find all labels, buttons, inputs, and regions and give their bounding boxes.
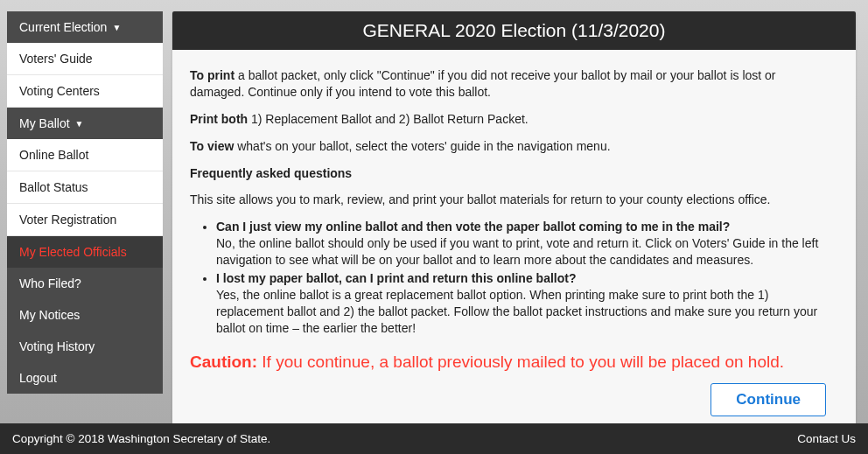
sidebar-item-label: Voting Centers xyxy=(19,84,100,98)
faq-question: I lost my paper ballot, can I print and … xyxy=(216,271,576,285)
sidebar-item-my-elected-officials[interactable]: My Elected Officials xyxy=(7,236,163,268)
sidebar-item-my-ballot[interactable]: My Ballot ▼ xyxy=(7,108,163,139)
faq-item: Can I just view my online ballot and the… xyxy=(216,219,833,269)
sidebar-item-label: Voter Registration xyxy=(19,213,116,227)
sidebar-item-voting-history[interactable]: Voting History xyxy=(7,331,163,362)
sidebar-item-voters-guide[interactable]: Voters' Guide xyxy=(7,43,163,75)
strong-text: Frequently asked questions xyxy=(190,166,352,180)
sidebar-item-label: My Elected Officials xyxy=(19,245,127,259)
faq-intro: This site allows you to mark, review, an… xyxy=(190,192,833,208)
faq-heading: Frequently asked questions xyxy=(190,165,833,182)
instruction-view: To view what's on your ballot, select th… xyxy=(190,138,833,155)
sidebar-item-who-filed[interactable]: Who Filed? xyxy=(7,268,163,299)
strong-text: Print both xyxy=(190,112,248,126)
sidebar-header-current-election[interactable]: Current Election ▼ xyxy=(7,11,163,43)
sidebar: Current Election ▼ Voters' Guide Voting … xyxy=(0,0,163,432)
sidebar-item-label: My Ballot xyxy=(19,116,70,130)
faq-item: I lost my paper ballot, can I print and … xyxy=(216,270,833,337)
page-title: GENERAL 2020 Election (11/3/2020) xyxy=(172,11,856,50)
sidebar-item-label: Who Filed? xyxy=(19,276,81,290)
strong-text: To view xyxy=(190,139,234,153)
main-content: GENERAL 2020 Election (11/3/2020) To pri… xyxy=(163,0,868,432)
panel-body: To print a ballot packet, only click "Co… xyxy=(172,50,856,432)
copyright-text: Copyright © 2018 Washington Secretary of… xyxy=(12,432,270,445)
instruction-print: To print a ballot packet, only click "Co… xyxy=(190,67,833,101)
continue-button[interactable]: Continue xyxy=(710,383,826,416)
chevron-down-icon: ▼ xyxy=(112,23,121,32)
sidebar-header-label: Current Election xyxy=(19,20,107,34)
body-text: 1) Replacement Ballot and 2) Ballot Retu… xyxy=(248,112,528,126)
chevron-down-icon: ▼ xyxy=(75,119,84,129)
faq-answer: Yes, the online ballot is a great replac… xyxy=(216,288,817,335)
caution-message: Caution: If you continue, a ballot previ… xyxy=(190,351,833,374)
instruction-print-both: Print both 1) Replacement Ballot and 2) … xyxy=(190,111,833,128)
caution-label: Caution: xyxy=(190,353,257,371)
sidebar-item-voting-centers[interactable]: Voting Centers xyxy=(7,75,163,108)
sidebar-item-label: My Notices xyxy=(19,308,80,322)
sidebar-item-my-notices[interactable]: My Notices xyxy=(7,299,163,331)
faq-question: Can I just view my online ballot and the… xyxy=(216,220,730,234)
sidebar-item-label: Online Ballot xyxy=(19,148,88,162)
sidebar-item-label: Voters' Guide xyxy=(19,52,93,66)
contact-us-link[interactable]: Contact Us xyxy=(797,432,856,445)
sidebar-item-online-ballot[interactable]: Online Ballot xyxy=(7,139,163,171)
content-panel: GENERAL 2020 Election (11/3/2020) To pri… xyxy=(172,11,856,432)
caution-text: If you continue, a ballot previously mai… xyxy=(257,353,784,371)
faq-list: Can I just view my online ballot and the… xyxy=(190,219,833,336)
sidebar-item-logout[interactable]: Logout xyxy=(7,362,163,394)
sidebar-item-label: Logout xyxy=(19,371,57,385)
faq-answer: No, the online ballot should only be use… xyxy=(216,236,818,267)
sidebar-item-voter-registration[interactable]: Voter Registration xyxy=(7,204,163,236)
button-row: Continue xyxy=(190,383,833,416)
strong-text: To print xyxy=(190,68,234,82)
sidebar-item-ballot-status[interactable]: Ballot Status xyxy=(7,171,163,204)
footer: Copyright © 2018 Washington Secretary of… xyxy=(0,423,868,454)
sidebar-item-label: Ballot Status xyxy=(19,180,88,194)
sidebar-item-label: Voting History xyxy=(19,339,94,353)
body-text: what's on your ballot, select the voters… xyxy=(234,139,610,153)
body-text: a ballot packet, only click "Continue" i… xyxy=(190,68,776,99)
